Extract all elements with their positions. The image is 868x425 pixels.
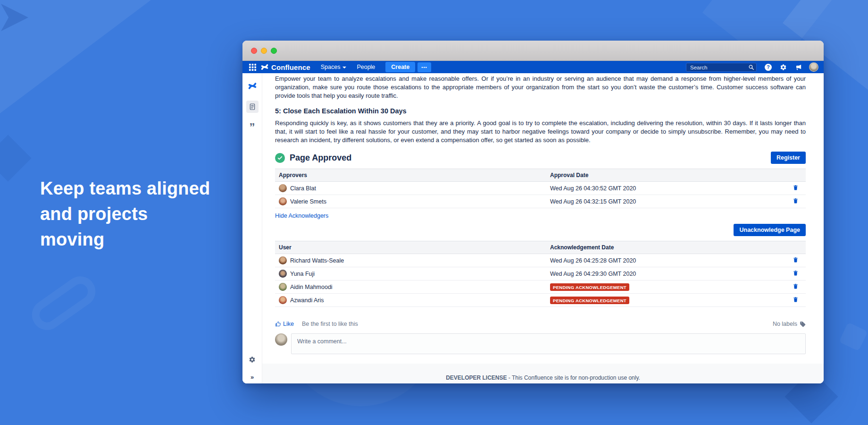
thumbs-up-icon <box>275 321 281 327</box>
approval-status-title: Page Approved <box>290 153 351 163</box>
first-like-hint: Be the first to like this <box>302 321 358 327</box>
page-icon <box>249 103 256 110</box>
gear-icon <box>780 64 787 71</box>
table-row: Yuna Fuji Wed Aug 26 04:29:30 GMT 2020 <box>275 267 806 280</box>
confluence-mark-icon <box>261 63 268 71</box>
like-button[interactable]: Like <box>275 321 294 327</box>
license-label: DEVELOPER LICENSE <box>446 374 507 381</box>
table-row: Azwandi Aris PENDING ACKNOWLEDGEMENT <box>275 294 806 307</box>
social-bar: Like Be the first to like this No labels <box>275 321 806 327</box>
delete-user-button[interactable] <box>793 283 799 289</box>
trash-icon <box>793 296 799 303</box>
search-icon <box>748 64 754 70</box>
grid-icon <box>249 63 257 71</box>
confluence-logo-text: Confluence <box>271 63 310 71</box>
app-window: Confluence Spaces People Create ••• ? <box>242 41 824 383</box>
acknowledgements-table: User Acknowledgement Date Richard Watts-… <box>275 241 806 307</box>
user-name[interactable]: Yuna Fuji <box>290 271 315 277</box>
section-heading: 5: Close Each Escalation Within 30 Days <box>275 107 806 115</box>
avatar <box>279 184 287 192</box>
hero-line: and projects <box>40 201 210 227</box>
delete-user-button[interactable] <box>793 270 799 276</box>
confluence-logo[interactable]: Confluence <box>261 63 310 71</box>
avatar <box>275 333 287 346</box>
table-row: Richard Watts-Seale Wed Aug 26 04:25:28 … <box>275 254 806 267</box>
help-button[interactable]: ? <box>765 64 772 71</box>
bg-link-shape <box>26 271 101 336</box>
page-content: Empower your team to analyze escalations… <box>262 73 824 354</box>
approver-name[interactable]: Valerie Smets <box>290 198 326 205</box>
close-button[interactable] <box>251 48 257 54</box>
create-button[interactable]: Create <box>385 62 415 72</box>
search-input[interactable] <box>686 63 757 72</box>
approval-date-column-header: Approval Date <box>546 169 785 182</box>
ack-date-column-header: Acknowledgement Date <box>546 241 785 254</box>
trash-icon <box>793 256 799 263</box>
settings-button[interactable] <box>780 64 787 71</box>
nav-spaces[interactable]: Spaces <box>321 64 347 70</box>
nav-more-button[interactable]: ••• <box>417 62 431 72</box>
trash-icon <box>793 283 799 289</box>
window-titlebar <box>242 41 824 61</box>
user-avatar[interactable] <box>809 62 818 72</box>
sidebar-quote-button[interactable] <box>246 119 259 131</box>
delete-approver-button[interactable] <box>793 184 799 191</box>
hide-acknowledgers-link[interactable]: Hide Acknowledgers <box>275 212 328 219</box>
avatar <box>279 256 287 264</box>
delete-approver-button[interactable] <box>793 197 799 204</box>
delete-user-button[interactable] <box>793 256 799 263</box>
hero-headline: Keep teams aligned and projects moving <box>40 176 210 252</box>
register-button[interactable]: Register <box>771 152 806 164</box>
delete-user-button[interactable] <box>793 296 799 303</box>
zoom-button[interactable] <box>271 48 277 54</box>
ack-date: Wed Aug 26 04:29:30 GMT 2020 <box>546 267 785 280</box>
sidebar-expand-button[interactable]: » <box>242 374 262 383</box>
avatar <box>279 283 287 291</box>
unacknowledge-page-button[interactable]: Unacknowledge Page <box>734 224 806 236</box>
section-paragraph: Responding quickly is key, as it shows c… <box>275 119 806 144</box>
labels-control[interactable]: No labels <box>773 321 806 327</box>
avatar <box>279 296 287 304</box>
approvers-table: Approvers Approval Date Clara Blat Wed A… <box>275 169 806 208</box>
megaphone-icon <box>795 64 802 71</box>
ack-date: Wed Aug 26 04:25:28 GMT 2020 <box>546 254 785 267</box>
chevron-down-icon <box>342 67 346 68</box>
comment-section <box>275 333 806 354</box>
approver-name[interactable]: Clara Blat <box>290 185 316 192</box>
approval-date: Wed Aug 26 04:30:52 GMT 2020 <box>546 182 785 195</box>
pending-acknowledgement-badge: PENDING ACKNOWLEDGEMENT <box>550 297 629 304</box>
trash-icon <box>793 184 799 191</box>
sidebar-confluence-button[interactable] <box>246 80 259 92</box>
user-name[interactable]: Richard Watts-Seale <box>290 257 344 264</box>
intro-paragraph: Empower your team to analyze escalations… <box>275 75 806 100</box>
avatar <box>279 270 287 278</box>
search-box <box>686 63 757 72</box>
bg-shape <box>839 322 868 351</box>
confluence-mark-icon <box>248 82 257 90</box>
user-name[interactable]: Azwandi Aris <box>290 297 324 304</box>
announcements-button[interactable] <box>795 64 802 71</box>
comment-box <box>291 333 806 354</box>
page-tools-sidebar: » <box>242 73 262 383</box>
app-switcher-button[interactable] <box>249 63 257 71</box>
approved-check-icon <box>275 153 285 163</box>
trash-icon <box>793 197 799 204</box>
license-notice: DEVELOPER LICENSE - This Confluence site… <box>262 374 824 381</box>
trash-icon <box>793 270 799 276</box>
app-navbar: Confluence Spaces People Create ••• ? <box>242 61 824 73</box>
approvers-column-header: Approvers <box>275 169 546 182</box>
bg-shape <box>0 135 31 182</box>
avatar <box>279 197 287 205</box>
hero-line: Keep teams aligned <box>40 176 210 201</box>
comment-input[interactable] <box>292 334 805 349</box>
table-row: Valerie Smets Wed Aug 26 04:32:15 GMT 20… <box>275 195 806 208</box>
minimize-button[interactable] <box>261 48 267 54</box>
user-column-header: User <box>275 241 546 254</box>
nav-people[interactable]: People <box>357 64 375 70</box>
sidebar-page-button[interactable] <box>246 101 259 113</box>
table-row: Clara Blat Wed Aug 26 04:30:52 GMT 2020 <box>275 182 806 195</box>
site-footer: DEVELOPER LICENSE - This Confluence site… <box>262 364 824 383</box>
sidebar-settings-icon[interactable] <box>249 356 256 363</box>
approval-status-bar: Page Approved Register <box>275 152 806 164</box>
user-name[interactable]: Aidin Mahmoodi <box>290 284 333 290</box>
